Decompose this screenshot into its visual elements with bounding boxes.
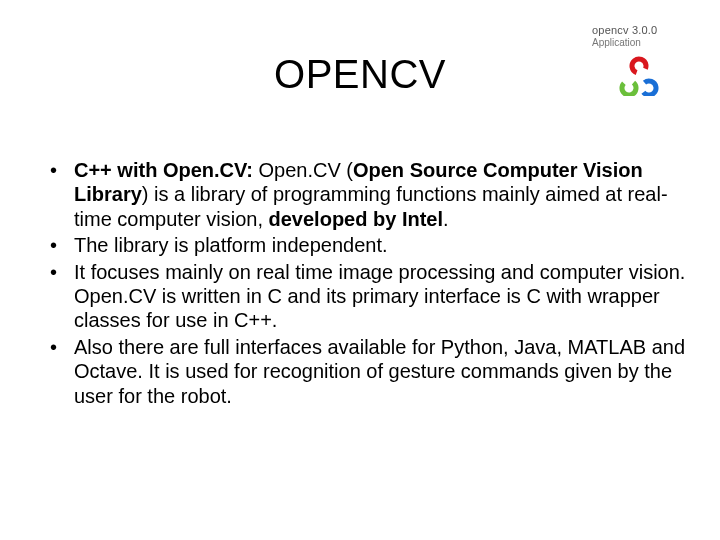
slide: opencv 3.0.0 Application OPENCV C++ with… — [0, 0, 720, 540]
logo-text: opencv 3.0.0 — [592, 24, 702, 36]
bullet-bold: developed by Intel — [269, 208, 443, 230]
slide-title: OPENCV — [0, 52, 720, 97]
bullet-item: The library is platform independent. — [46, 233, 686, 257]
bullet-text: Open.CV ( — [253, 159, 353, 181]
bullet-item: It focuses mainly on real time image pro… — [46, 260, 686, 333]
logo-subtext: Application — [592, 37, 702, 48]
bullet-list: C++ with Open.CV: Open.CV (Open Source C… — [46, 158, 686, 408]
bullet-text: . — [443, 208, 449, 230]
bullet-lead: C++ with Open.CV: — [74, 159, 253, 181]
bullet-item: Also there are full interfaces available… — [46, 335, 686, 408]
slide-body: C++ with Open.CV: Open.CV (Open Source C… — [46, 158, 686, 410]
bullet-item: C++ with Open.CV: Open.CV (Open Source C… — [46, 158, 686, 231]
